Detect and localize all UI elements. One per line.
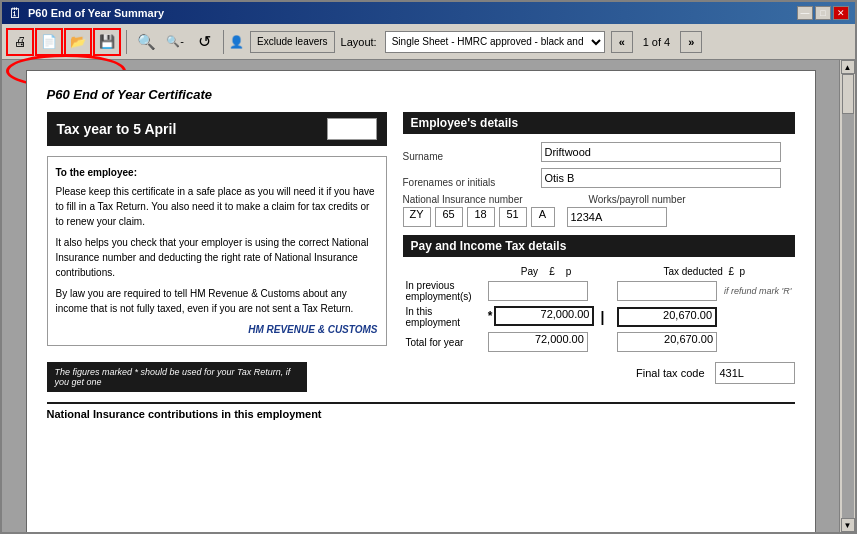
total-pay-input[interactable]: 72,000.00 <box>488 332 588 352</box>
forenames-label: Forenames or initials <box>403 177 533 188</box>
toolbar: 🖨 📄 📂 💾 🔍 🔍- ↺ <box>2 24 855 60</box>
col-empty-1 <box>403 265 485 278</box>
maximize-button[interactable]: □ <box>815 6 831 20</box>
new-icon: 📄 <box>41 34 57 49</box>
zoom-in-icon: 🔍 <box>137 33 156 51</box>
info-paragraph-1: Please keep this certificate in a safe p… <box>56 184 378 229</box>
left-column: Tax year to 5 April To the employee: Ple… <box>47 112 387 392</box>
ni-section: National Insurance number Works/payroll … <box>403 194 795 227</box>
scroll-up-button[interactable]: ▲ <box>841 60 855 74</box>
right-column: Employee's details Surname Driftwood For… <box>403 112 795 392</box>
separator-1 <box>126 30 127 54</box>
this-pay-cell: * 72,000.00 <box>485 304 598 328</box>
info-box: To the employee: Please keep this certif… <box>47 156 387 346</box>
exclude-leavers-button[interactable]: Exclude leavers <box>250 31 335 53</box>
tax-year-input[interactable] <box>327 118 377 140</box>
ni-part-1[interactable]: ZY <box>403 207 431 227</box>
final-tax-code-input[interactable]: 431L <box>715 362 795 384</box>
total-pay-cell: 72,000.00 <box>485 330 598 354</box>
tax-col-header: Tax deducted £ p <box>614 265 794 278</box>
info-paragraph-2: It also helps you check that your employ… <box>56 235 378 280</box>
save-button[interactable]: 💾 <box>93 28 121 56</box>
refund-note: if refund mark 'R' <box>720 278 794 304</box>
works-payroll-label: Works/payroll number <box>589 194 719 205</box>
works-payroll-input[interactable]: 1234A <box>567 207 667 227</box>
this-pay-input[interactable]: 72,000.00 <box>494 306 594 326</box>
ni-number-label: National Insurance number <box>403 194 533 205</box>
open-icon: 📂 <box>70 34 86 49</box>
zoom-in-button[interactable]: 🔍 <box>132 28 160 56</box>
ni-part-2[interactable]: 65 <box>435 207 463 227</box>
first-page-button[interactable]: « <box>611 31 633 53</box>
hmrc-footer: HM REVENUE & CUSTOMS <box>56 322 378 337</box>
window-title: P60 End of Year Summary <box>28 7 164 19</box>
content-area: P60 End of Year Certificate Tax year to … <box>2 60 839 532</box>
previous-label: In previous employment(s) <box>403 278 485 304</box>
col-empty-2 <box>607 265 614 278</box>
ni-part-4[interactable]: 51 <box>499 207 527 227</box>
doc-title: P60 End of Year Certificate <box>47 87 795 102</box>
print-icon: 🖨 <box>14 34 27 49</box>
tax-year-box: Tax year to 5 April <box>47 112 387 146</box>
this-tax-cell: 20,670.00 <box>614 304 720 330</box>
app-icon: 🗓 <box>8 5 22 21</box>
refresh-icon: ↺ <box>198 32 211 51</box>
scroll-down-button[interactable]: ▼ <box>841 518 855 532</box>
col-sep-2: | <box>597 304 607 330</box>
empty-3 <box>607 330 614 354</box>
previous-tax-input[interactable] <box>617 281 717 301</box>
open-button[interactable]: 📂 <box>64 28 92 56</box>
pay-header-row: Pay £ p Tax deducted £ p <box>403 265 795 278</box>
file-tools: 🖨 📄 📂 💾 <box>6 28 121 56</box>
main-window: 🗓 P60 End of Year Summary — □ ✕ 🖨 📄 📂 💾 <box>0 0 857 534</box>
minimize-button[interactable]: — <box>797 6 813 20</box>
ni-contributions-heading: National Insurance contributions in this… <box>47 402 795 420</box>
total-tax-input[interactable]: 20,670.00 <box>617 332 717 352</box>
print-button[interactable]: 🖨 <box>6 28 34 56</box>
col-sep <box>597 278 607 304</box>
layout-label: Layout: <box>341 36 377 48</box>
zoom-out-button[interactable]: 🔍- <box>161 28 189 56</box>
final-tax-code-label: Final tax code <box>636 367 704 379</box>
to-employee-heading: To the employee: <box>56 165 378 180</box>
exclude-icon: 👤 <box>229 35 244 49</box>
main-layout: Tax year to 5 April To the employee: Ple… <box>47 112 795 392</box>
total-row: Total for year 72,000.00 20,670.00 <box>403 330 795 354</box>
total-label: Total for year <box>403 330 485 354</box>
ni-part-3[interactable]: 18 <box>467 207 495 227</box>
surname-input[interactable]: Driftwood <box>541 142 781 162</box>
tax-year-label: Tax year to 5 April <box>57 121 177 137</box>
scrollbar[interactable]: ▲ ▼ <box>839 60 855 532</box>
employee-section-header: Employee's details <box>403 112 795 134</box>
empty-4 <box>720 330 794 354</box>
scroll-thumb[interactable] <box>842 74 854 114</box>
new-button[interactable]: 📄 <box>35 28 63 56</box>
zoom-tools: 🔍 🔍- ↺ <box>132 28 218 56</box>
document: P60 End of Year Certificate Tax year to … <box>26 70 816 532</box>
total-tax-cell: 20,670.00 <box>614 330 720 354</box>
previous-employment-row: In previous employment(s) if refund mark… <box>403 278 795 304</box>
page-indicator: 1 of 4 <box>639 36 675 48</box>
zoom-out-icon: 🔍- <box>166 35 184 48</box>
ni-part-5[interactable]: A <box>531 207 555 227</box>
forenames-row: Forenames or initials Otis B <box>403 168 795 188</box>
asterisk-symbol: * <box>488 309 493 323</box>
previous-pay-cell <box>485 278 598 304</box>
pay-col-header: Pay £ p <box>485 265 608 278</box>
final-tax-code-row: Final tax code 431L <box>403 362 795 384</box>
forenames-input[interactable]: Otis B <box>541 168 781 188</box>
scroll-track[interactable] <box>842 74 854 518</box>
pay-section-header: Pay and Income Tax details <box>403 235 795 257</box>
window-controls: — □ ✕ <box>797 6 849 20</box>
surname-label: Surname <box>403 151 533 162</box>
separator-2 <box>223 30 224 54</box>
title-bar: 🗓 P60 End of Year Summary — □ ✕ <box>2 2 855 24</box>
last-page-button[interactable]: » <box>680 31 702 53</box>
previous-pay-input[interactable] <box>488 281 588 301</box>
surname-row: Surname Driftwood <box>403 142 795 162</box>
close-button[interactable]: ✕ <box>833 6 849 20</box>
refresh-button[interactable]: ↺ <box>190 28 218 56</box>
save-icon: 💾 <box>99 34 115 49</box>
layout-select[interactable]: Single Sheet - HMRC approved - black and… <box>385 31 605 53</box>
this-tax-input[interactable]: 20,670.00 <box>617 307 717 327</box>
